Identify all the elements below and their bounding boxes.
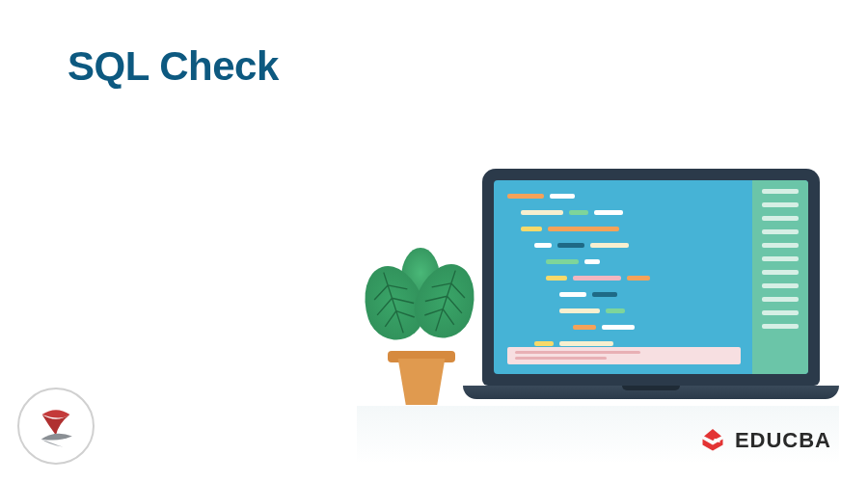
laptop-illustration bbox=[482, 169, 820, 399]
educba-mark-icon bbox=[698, 426, 727, 455]
page-title: SQL Check bbox=[68, 43, 279, 90]
sql-server-icon bbox=[17, 388, 95, 465]
editor-status-bar bbox=[507, 347, 741, 364]
editor-minimap bbox=[752, 180, 808, 374]
educba-logo: EDUCBA bbox=[698, 426, 831, 455]
plant-illustration bbox=[357, 236, 487, 405]
educba-brand-text: EDUCBA bbox=[735, 428, 831, 453]
code-editor-area bbox=[507, 194, 741, 340]
hero-illustration bbox=[357, 169, 839, 458]
